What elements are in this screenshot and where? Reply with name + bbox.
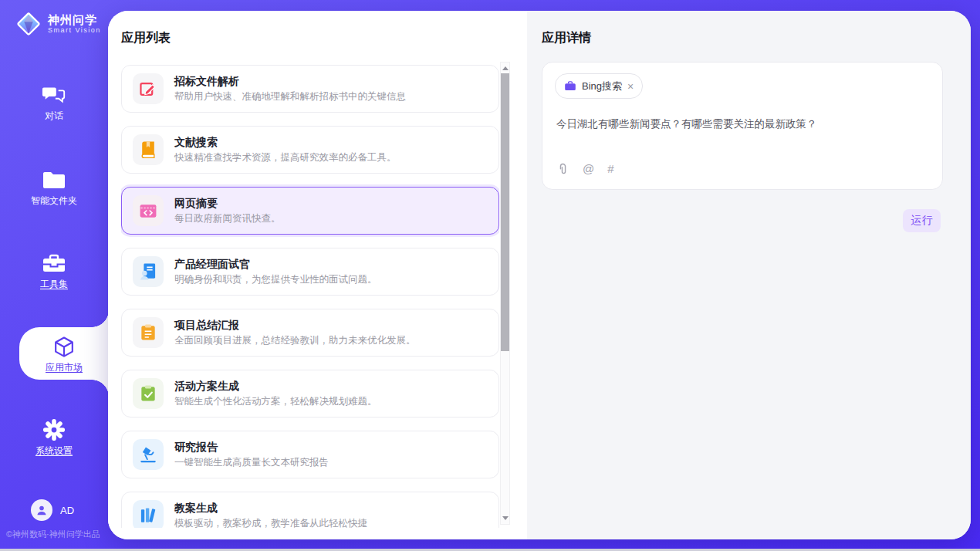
app-description: 智能生成个性化活动方案，轻松解决规划难题。	[174, 395, 377, 408]
app-card-texts: 研究报告 一键智能生成高质量长文本研究报告	[174, 440, 329, 469]
app-card-texts: 招标文件解析 帮助用户快速、准确地理解和解析招标书中的关键信息	[174, 74, 406, 103]
app-description: 明确身份和职责，为您提供专业性的面试问题。	[174, 273, 377, 286]
user-label: AD	[60, 505, 74, 516]
app-name: 文献搜索	[174, 135, 397, 149]
books-icon	[133, 500, 164, 528]
composer-card[interactable]: Bing搜索 × 今日湖北有哪些新闻要点？有哪些需要关注的最新政策？ @#	[542, 62, 943, 190]
app-name: 研究报告	[174, 440, 329, 454]
sidebar-item-label: 系统设置	[35, 445, 73, 458]
gear-icon	[42, 418, 66, 441]
app-card-project-summary[interactable]: 项目总结汇报 全面回顾项目进展，总结经验教训，助力未来优化发展。	[121, 309, 499, 357]
clipboard-check-icon	[133, 378, 164, 409]
app-description: 帮助用户快速、准确地理解和解析招标书中的关键信息	[174, 90, 406, 103]
app-detail-panel: 应用详情 Bing搜索 × 今日湖北有哪些新闻要点？有哪些需要关注的最新政策？ …	[527, 11, 971, 539]
sidebar-item-label: 智能文件夹	[31, 194, 77, 208]
browser-icon	[133, 195, 164, 226]
sidebar-item-smart-folders[interactable]: 智能文件夹	[0, 168, 108, 208]
scroll-down-icon[interactable]	[502, 516, 509, 520]
app-card-literature-search[interactable]: 文献搜索 快速精准查找学术资源，提高研究效率的必备工具。	[121, 126, 499, 174]
interviewer-icon	[133, 256, 164, 287]
logo-title: 神州问学	[48, 13, 101, 26]
user-icon	[31, 499, 52, 521]
sidebar: 神州问学 Smart Vision 对话 智能文件夹 工具集 应用市场 系统设置	[0, 0, 108, 549]
tool-chip[interactable]: Bing搜索 ×	[555, 73, 643, 99]
sidebar-item-label: 工具集	[40, 278, 68, 291]
logo-subtitle: Smart Vision	[48, 26, 101, 35]
folder-icon	[42, 168, 66, 191]
cube-icon	[52, 336, 76, 359]
hash-icon[interactable]: #	[607, 162, 613, 176]
logo-text: 神州问学 Smart Vision	[48, 13, 101, 35]
bubble-curve-top	[92, 310, 109, 327]
diamond-logo-icon	[14, 9, 43, 39]
app-name: 活动方案生成	[174, 379, 377, 393]
scroll-up-icon[interactable]	[502, 66, 509, 70]
bubble-curve-bottom	[92, 380, 109, 397]
close-icon[interactable]: ×	[627, 81, 634, 92]
briefcase-icon	[564, 80, 576, 92]
page: 神州问学 Smart Vision 对话 智能文件夹 工具集 应用市场 系统设置	[0, 0, 980, 551]
edit-doc-icon	[133, 73, 164, 104]
app-name: 产品经理面试官	[174, 257, 377, 271]
copyright-footer: ©神州数码·神州问学出品	[6, 529, 100, 540]
app-description: 全面回顾项目进展，总结经验教训，助力未来优化发展。	[174, 334, 416, 347]
scrollbar-thumb[interactable]	[501, 73, 509, 351]
app-card-texts: 活动方案生成 智能生成个性化活动方案，轻松解决规划难题。	[174, 379, 377, 408]
clipboard-icon	[133, 317, 164, 348]
app-name: 项目总结汇报	[174, 318, 416, 332]
scrollbar[interactable]	[500, 62, 510, 525]
run-button[interactable]: 运行	[903, 209, 941, 232]
sidebar-item-chat[interactable]: 对话	[0, 83, 108, 123]
book-icon	[133, 134, 164, 165]
app-name: 招标文件解析	[174, 74, 406, 88]
composer-toolbar: @#	[556, 162, 614, 176]
content-sheet: 应用列表 招标文件解析 帮助用户快速、准确地理解和解析招标书中的关键信息 文献搜…	[108, 11, 971, 539]
app-description: 一键智能生成高质量长文本研究报告	[174, 456, 329, 469]
app-detail-title: 应用详情	[542, 30, 591, 46]
toolbox-icon	[42, 252, 66, 275]
app-card-texts: 文献搜索 快速精准查找学术资源，提高研究效率的必备工具。	[174, 135, 397, 164]
sidebar-item-toolset[interactable]: 工具集	[0, 252, 108, 291]
sidebar-item-system-settings[interactable]: 系统设置	[0, 418, 108, 458]
sidebar-item-app-market[interactable]: 应用市场	[19, 327, 109, 380]
prompt-text[interactable]: 今日湖北有哪些新闻要点？有哪些需要关注的最新政策？	[556, 117, 930, 131]
app-card-web-summary[interactable]: 网页摘要 每日政府新闻资讯快查。	[121, 187, 499, 235]
app-description: 快速精准查找学术资源，提高研究效率的必备工具。	[174, 151, 397, 164]
sidebar-item-label: 应用市场	[46, 361, 83, 374]
app-card-research-report[interactable]: 研究报告 一键智能生成高质量长文本研究报告	[121, 431, 499, 478]
app-name: 教案生成	[174, 501, 367, 515]
microscope-icon	[133, 439, 164, 470]
app-list: 招标文件解析 帮助用户快速、准确地理解和解析招标书中的关键信息 文献搜索 快速精…	[121, 65, 499, 528]
app-list-panel: 应用列表 招标文件解析 帮助用户快速、准确地理解和解析招标书中的关键信息 文献搜…	[108, 11, 527, 539]
app-description: 模板驱动，教案秒成，教学准备从此轻松快捷	[174, 517, 367, 528]
app-name: 网页摘要	[174, 196, 281, 210]
app-card-texts: 项目总结汇报 全面回顾项目进展，总结经验教训，助力未来优化发展。	[174, 318, 416, 347]
logo: 神州问学 Smart Vision	[14, 9, 101, 39]
app-card-bid-document-analysis[interactable]: 招标文件解析 帮助用户快速、准确地理解和解析招标书中的关键信息	[121, 65, 499, 113]
app-description: 每日政府新闻资讯快查。	[174, 212, 281, 225]
app-list-title: 应用列表	[121, 30, 171, 46]
app-card-texts: 网页摘要 每日政府新闻资讯快查。	[174, 196, 281, 225]
app-card-event-plan[interactable]: 活动方案生成 智能生成个性化活动方案，轻松解决规划难题。	[121, 370, 499, 417]
user-row[interactable]: AD	[31, 499, 74, 521]
app-card-texts: 产品经理面试官 明确身份和职责，为您提供专业性的面试问题。	[174, 257, 377, 286]
chat-icon	[42, 83, 66, 106]
tool-chip-label: Bing搜索	[582, 79, 622, 93]
app-card-pm-interviewer[interactable]: 产品经理面试官 明确身份和职责，为您提供专业性的面试问题。	[121, 248, 499, 296]
app-card-texts: 教案生成 模板驱动，教案秒成，教学准备从此轻松快捷	[174, 501, 367, 528]
sidebar-item-label: 对话	[45, 110, 63, 123]
app-card-lesson-plan[interactable]: 教案生成 模板驱动，教案秒成，教学准备从此轻松快捷	[121, 492, 499, 528]
at-icon[interactable]: @	[583, 162, 594, 176]
paperclip-icon[interactable]	[556, 162, 569, 176]
